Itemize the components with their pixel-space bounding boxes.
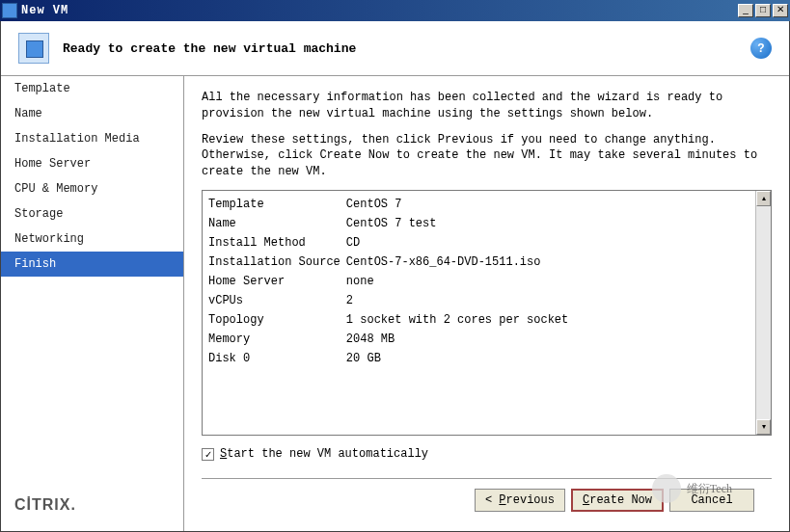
help-icon[interactable]: ?	[750, 38, 772, 59]
main: TemplateNameInstallation MediaHome Serve…	[1, 76, 789, 531]
sidebar-item-name[interactable]: Name	[1, 101, 183, 126]
table-row: Home Servernone	[208, 272, 574, 291]
summary-value: 20 GB	[346, 349, 574, 368]
summary-label: Disk 0	[208, 349, 346, 368]
content-pane: All the necessary information has been c…	[184, 76, 789, 531]
table-row: Install MethodCD	[208, 233, 574, 253]
watermark-icon	[652, 474, 681, 503]
summary-value: CentOS-7-x86_64-DVD-1511.iso	[346, 253, 574, 272]
summary-label: Name	[208, 214, 346, 233]
summary-table: TemplateCentOS 7NameCentOS 7 testInstall…	[208, 195, 574, 368]
summary-value: 2048 MB	[346, 330, 574, 349]
scroll-down-icon[interactable]: ▾	[756, 419, 771, 435]
close-button[interactable]: ✕	[773, 4, 788, 17]
summary-label: Topology	[208, 310, 346, 330]
table-row: TemplateCentOS 7	[208, 195, 574, 214]
app-icon	[2, 3, 17, 18]
summary-label: Template	[208, 195, 346, 214]
sidebar-item-home-server[interactable]: Home Server	[1, 151, 183, 176]
summary-label: vCPUs	[208, 291, 346, 310]
autostart-label: Start the new VM automatically	[220, 447, 428, 461]
summary-label: Memory	[208, 330, 346, 349]
window-controls: _ □ ✕	[738, 4, 788, 17]
sidebar-items: TemplateNameInstallation MediaHome Serve…	[1, 76, 183, 485]
table-row: NameCentOS 7 test	[208, 214, 574, 233]
summary-label: Home Server	[208, 272, 346, 291]
watermark-text: 维衍Tech	[687, 481, 732, 497]
sidebar-item-finish[interactable]: Finish	[1, 252, 183, 277]
scroll-up-icon[interactable]: ▴	[756, 191, 771, 206]
titlebar: New VM _ □ ✕	[0, 0, 790, 21]
brand-logo: CİTRIX.	[1, 485, 183, 531]
wizard-header: Ready to create the new virtual machine …	[1, 21, 789, 76]
description-2: Review these settings, then click Previo…	[202, 132, 772, 180]
autostart-checkbox[interactable]: ✓	[202, 448, 214, 461]
table-row: vCPUs2	[208, 291, 574, 310]
wizard-icon	[18, 33, 49, 64]
minimize-button[interactable]: _	[738, 4, 753, 17]
summary-box: TemplateCentOS 7NameCentOS 7 testInstall…	[202, 190, 772, 436]
description-1: All the necessary information has been c…	[202, 90, 772, 122]
sidebar-item-template[interactable]: Template	[1, 76, 183, 101]
sidebar-item-networking[interactable]: Networking	[1, 226, 183, 252]
sidebar-item-storage[interactable]: Storage	[1, 201, 183, 226]
window-body: Ready to create the new virtual machine …	[0, 21, 790, 532]
table-row: Disk 020 GB	[208, 349, 574, 368]
summary-value: 1 socket with 2 cores per socket	[346, 310, 574, 330]
create-now-button[interactable]: Create NowCreate Now	[571, 489, 664, 512]
sidebar: TemplateNameInstallation MediaHome Serve…	[1, 76, 184, 531]
watermark: 维衍Tech	[652, 474, 732, 503]
summary-value: 2	[346, 291, 574, 310]
summary-value: CentOS 7	[346, 195, 574, 214]
autostart-row: ✓ Start the new VM automatically	[202, 447, 772, 461]
window-title: New VM	[21, 4, 738, 17]
sidebar-item-installation-media[interactable]: Installation Media	[1, 126, 183, 151]
table-row: Memory2048 MB	[208, 330, 574, 349]
sidebar-item-cpu-memory[interactable]: CPU & Memory	[1, 176, 183, 201]
summary-value: CentOS 7 test	[346, 214, 574, 233]
summary-label: Installation Source	[208, 253, 346, 272]
summary-value: none	[346, 272, 574, 291]
summary-value: CD	[346, 233, 574, 253]
table-row: Installation SourceCentOS-7-x86_64-DVD-1…	[208, 253, 574, 272]
summary-label: Install Method	[208, 233, 346, 253]
previous-button[interactable]: < PPreviousrevious	[475, 489, 565, 512]
table-row: Topology1 socket with 2 cores per socket	[208, 310, 574, 330]
maximize-button[interactable]: □	[755, 4, 771, 17]
scrollbar[interactable]: ▴ ▾	[755, 191, 771, 435]
page-title: Ready to create the new virtual machine	[63, 41, 737, 56]
